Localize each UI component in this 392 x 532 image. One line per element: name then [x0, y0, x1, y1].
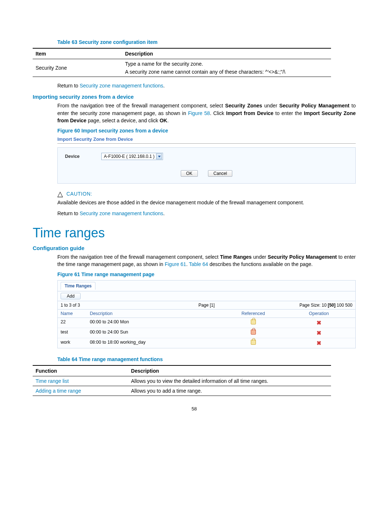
cell-ref [221, 340, 285, 347]
cell-ref [221, 330, 285, 336]
cell-name: work [61, 340, 90, 347]
figure61-caption: Figure 61 Time range management page [57, 271, 356, 277]
add-button[interactable]: Add [61, 293, 81, 299]
figure60: Import Security Zone from Device Device … [57, 136, 356, 184]
cell-item: Security Zone [33, 59, 122, 77]
chevron-down-icon[interactable] [156, 154, 162, 159]
page-info: Page [1] [158, 303, 255, 308]
import-section-title: Importing security zones from a device [33, 94, 356, 100]
fn-desc: Allows you to add a time range. [128, 386, 331, 396]
cell-desc: Type a name for the security zone. A sec… [122, 59, 331, 77]
time-ranges-panel: Time Ranges Add 1 to 3 of 3 Page [1] Pag… [57, 280, 356, 348]
cancel-button[interactable]: Cancel [208, 170, 232, 177]
table-header: Name Description Referenced Operation [58, 310, 355, 318]
ok-button[interactable]: OK [181, 170, 198, 177]
col-desc: Description [122, 48, 331, 59]
lock-icon [251, 340, 256, 345]
figure60-title: Import Security Zone from Device [57, 136, 356, 142]
cell-desc: 08:00 to 18:00 working_day [90, 340, 221, 347]
col-function: Function [33, 365, 128, 376]
config-guide-heading: Configuration guide [33, 245, 356, 251]
figure-58-link[interactable]: Figure 58 [188, 110, 210, 116]
desc-line2: A security zone name cannot contain any … [125, 69, 328, 75]
panel-titlebar: Time Ranges [58, 281, 355, 291]
cell-op: ✖ [285, 330, 352, 336]
table-row: work 08:00 to 18:00 working_day ✖ [58, 338, 355, 348]
page-size[interactable]: Page Size: 10 [50] 100 500 [255, 303, 352, 308]
figure61: Time Ranges Add 1 to 3 of 3 Page [1] Pag… [57, 280, 356, 348]
device-select-value: A-F1000-E ( 192.168.0.1 ) [104, 154, 154, 159]
config-guide-para: From the navigation tree of the firewall… [57, 253, 356, 268]
delete-icon[interactable]: ✖ [317, 320, 321, 326]
figure60-caption: Figure 60 Import security zones from a d… [57, 128, 356, 134]
delete-icon[interactable]: ✖ [317, 330, 321, 336]
fn-desc: Allows you to view the detailed informat… [128, 376, 331, 386]
fn-link-time-range-list[interactable]: Time range list [33, 376, 128, 386]
device-label: Device [65, 154, 79, 159]
col-desc: Description [128, 365, 331, 376]
caution-text: Available devices are those added in the… [57, 199, 356, 206]
lock-referenced-icon [251, 330, 256, 335]
lock-icon [251, 319, 256, 324]
return-link-2: Return to Security zone management funct… [57, 210, 356, 217]
table63-caption: Table 63 Security zone configuration ite… [57, 39, 356, 45]
col-item: Item [33, 48, 122, 59]
delete-icon[interactable]: ✖ [317, 340, 321, 346]
caution-header: △ CAUTION: [57, 190, 356, 197]
col-referenced[interactable]: Referenced [221, 311, 285, 316]
table63: Item Description Security Zone Type a na… [33, 48, 331, 77]
return-link[interactable]: Security zone management functions [79, 210, 163, 216]
desc-line1: Type a name for the security zone. [125, 61, 328, 67]
fn-link-adding-time-range[interactable]: Adding a time range [33, 386, 128, 396]
table64-caption: Table 64 Time range management functions [57, 356, 356, 362]
cell-op: ✖ [285, 340, 352, 347]
table-row: 22 00:00 to 24:00 Mon ✖ [58, 318, 355, 328]
figure60-divider [57, 143, 356, 144]
time-ranges-heading: Time ranges [33, 225, 356, 241]
panel-toolbar: Add [58, 291, 355, 301]
cell-desc: 00:00 to 24:00 Sun [90, 330, 221, 336]
device-select[interactable]: A-F1000-E ( 192.168.0.1 ) [101, 153, 163, 160]
caution-label: CAUTION: [66, 191, 92, 197]
figure-61-link[interactable]: Figure 61 [165, 261, 186, 267]
cell-desc: 00:00 to 24:00 Mon [90, 319, 221, 326]
page-number: 58 [33, 406, 356, 412]
col-description[interactable]: Description [90, 311, 221, 316]
range-info: 1 to 3 of 3 [61, 303, 158, 308]
cell-op: ✖ [285, 319, 352, 326]
table64: Function Description Time range list All… [33, 365, 331, 396]
table-row: test 00:00 to 24:00 Sun ✖ [58, 328, 355, 338]
cell-name: test [61, 330, 90, 336]
cell-name: 22 [61, 319, 90, 326]
return-suffix: . [163, 83, 165, 89]
tab-time-ranges[interactable]: Time Ranges [61, 282, 95, 290]
import-para: From the navigation tree of the firewall… [57, 102, 356, 124]
return-link[interactable]: Security zone management functions [79, 83, 163, 89]
cell-ref [221, 319, 285, 326]
return-prefix: Return to [57, 83, 79, 89]
document-page: Table 63 Security zone configuration ite… [0, 0, 392, 532]
pagination-row: 1 to 3 of 3 Page [1] Page Size: 10 [50] … [58, 301, 355, 310]
caution-icon: △ [57, 190, 63, 197]
col-operation[interactable]: Operation [285, 311, 352, 316]
import-panel: Device A-F1000-E ( 192.168.0.1 ) OK Canc… [57, 147, 356, 184]
table-64-link[interactable]: Table 64 [189, 261, 208, 267]
return-link-1: Return to Security zone management funct… [57, 82, 356, 89]
col-name[interactable]: Name [61, 311, 90, 316]
